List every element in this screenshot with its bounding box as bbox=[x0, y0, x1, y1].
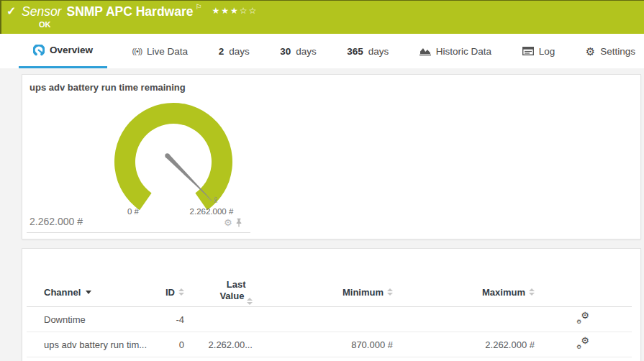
tab-label: Overview bbox=[50, 45, 93, 55]
tab-number: 30 bbox=[280, 46, 291, 57]
battery-runtime-gauge bbox=[101, 93, 245, 216]
gauge-current-value: 2.262.000 # bbox=[30, 216, 83, 227]
column-header-maximum[interactable]: Maximum bbox=[482, 287, 535, 298]
tab-label: Log bbox=[539, 46, 555, 57]
tab-number: 2 bbox=[219, 46, 225, 57]
gauge-actions: ⚙ bbox=[224, 218, 242, 227]
log-icon bbox=[522, 47, 534, 55]
sort-desc-icon bbox=[86, 291, 91, 294]
gauge-panel: ups adv battery run time remaining x̄ 0 … bbox=[22, 74, 641, 239]
tab-log[interactable]: Log bbox=[517, 34, 561, 68]
sort-icon bbox=[529, 288, 535, 296]
channel-name: Downtime bbox=[44, 314, 152, 325]
tab-label: days bbox=[368, 46, 389, 57]
channel-settings-icon[interactable]: ⚙⚙ bbox=[576, 337, 589, 349]
gauge-arc bbox=[114, 103, 232, 210]
table-row-downtime[interactable]: Downtime -4 ⚙⚙ bbox=[27, 307, 632, 332]
priority-stars[interactable]: ★★★☆☆ bbox=[212, 6, 258, 16]
tab-settings[interactable]: ⚙ Settings bbox=[580, 34, 641, 68]
flag-icon: ⚐ bbox=[195, 3, 201, 11]
gauge-min-label: 0 # bbox=[113, 207, 153, 216]
column-header-minimum[interactable]: Minimum bbox=[343, 287, 393, 298]
area-chart-icon bbox=[419, 47, 431, 56]
tab-365-days[interactable]: 365 days bbox=[341, 34, 394, 68]
object-type-label: Sensor bbox=[22, 4, 61, 19]
column-header-last-value[interactable]: Last Value bbox=[219, 279, 253, 305]
tab-live-data[interactable]: ((•)) Live Data bbox=[127, 34, 194, 68]
column-label: Minimum bbox=[343, 287, 384, 298]
status-check-icon: ✓ bbox=[6, 4, 16, 18]
sort-icon bbox=[178, 288, 184, 296]
table-row-battery-runtime[interactable]: ups adv battery run tim... 0 2.262.00...… bbox=[27, 332, 632, 357]
tab-2-days[interactable]: 2 days bbox=[213, 34, 255, 68]
tab-overview[interactable]: Overview bbox=[19, 34, 107, 68]
column-label: Last Value bbox=[219, 279, 253, 305]
gauge-title: ups adv battery run time remaining bbox=[30, 82, 186, 93]
column-label: ID bbox=[165, 287, 175, 298]
gauge-needle bbox=[165, 154, 213, 202]
column-header-id[interactable]: ID bbox=[165, 287, 184, 298]
average-marker: x̄ bbox=[214, 196, 217, 204]
gauge-widget-divider bbox=[27, 232, 250, 233]
channel-minimum: 870.000 # bbox=[253, 339, 393, 350]
gauge-max-label: 2.262.000 # bbox=[168, 207, 255, 216]
channel-id: 0 bbox=[152, 339, 184, 350]
tab-number: 365 bbox=[347, 46, 363, 57]
channel-maximum: 2.262.000 # bbox=[393, 339, 535, 350]
table-header-row: Channel ID Last Value Minimum Maximum bbox=[27, 278, 632, 307]
live-icon: ((•)) bbox=[132, 47, 142, 55]
channels-table-panel: Channel ID Last Value Minimum Maximum bbox=[22, 248, 641, 361]
sensor-name: SNMP APC Hardware bbox=[66, 4, 193, 19]
tab-label: Live Data bbox=[147, 46, 188, 57]
tab-bar: Overview ((•)) Live Data 2 days 30 days … bbox=[0, 34, 644, 68]
channel-name: ups adv battery run tim... bbox=[44, 339, 152, 350]
tab-30-days[interactable]: 30 days bbox=[274, 34, 322, 68]
channel-last-value: 2.262.00... bbox=[184, 339, 253, 350]
column-label: Channel bbox=[44, 287, 81, 298]
tab-label: days bbox=[229, 46, 250, 57]
pin-icon[interactable] bbox=[235, 218, 242, 227]
column-label: Maximum bbox=[482, 287, 525, 298]
tab-label: days bbox=[296, 46, 317, 57]
tab-label: Settings bbox=[600, 46, 635, 57]
tab-label: Historic Data bbox=[436, 46, 491, 57]
tab-historic-data[interactable]: Historic Data bbox=[414, 34, 497, 68]
sort-icon bbox=[387, 288, 393, 296]
channel-id: -4 bbox=[152, 314, 184, 325]
channel-settings-icon[interactable]: ⚙⚙ bbox=[576, 312, 589, 324]
column-header-channel[interactable]: Channel bbox=[44, 287, 152, 298]
channels-table: Channel ID Last Value Minimum Maximum bbox=[27, 278, 632, 357]
sensor-title-row: SensorSNMP APC Hardware⚐★★★☆☆ bbox=[22, 3, 258, 19]
gear-icon: ⚙ bbox=[586, 46, 595, 57]
gauge-settings-icon[interactable]: ⚙ bbox=[224, 218, 232, 227]
sort-icon bbox=[247, 298, 253, 305]
status-badge: OK bbox=[39, 20, 51, 29]
sensor-header: ✓ SensorSNMP APC Hardware⚐★★★☆☆ OK bbox=[0, 0, 644, 34]
gauge-icon bbox=[33, 45, 45, 56]
